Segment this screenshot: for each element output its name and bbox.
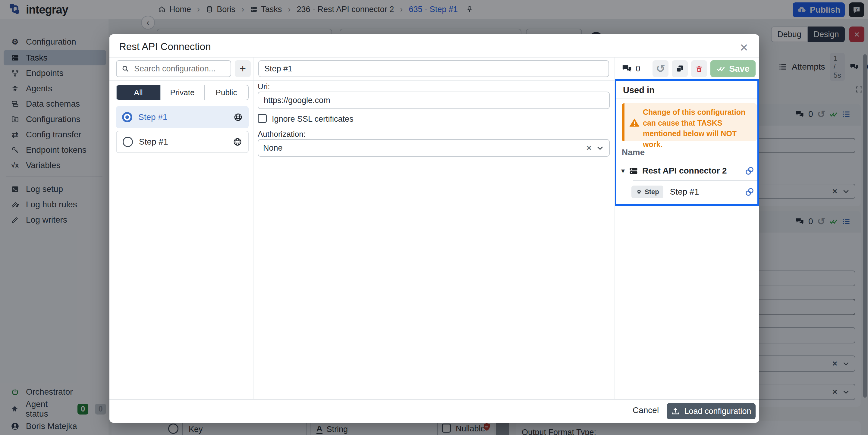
visibility-tabs: All Private Public <box>116 85 249 100</box>
radio-selected-icon[interactable] <box>122 112 132 122</box>
warning-box: Change of this configuration can cause t… <box>622 103 757 141</box>
modal-row1-divider <box>110 80 615 81</box>
config-list-item-selected[interactable]: Step #1 <box>116 106 249 128</box>
used-in-title: Used in <box>623 85 655 95</box>
modal-left-divider <box>253 58 253 399</box>
authorization-label: Authorization: <box>258 130 306 139</box>
undo-button[interactable]: ↺ <box>652 60 669 77</box>
plus-icon: + <box>240 62 246 75</box>
config-item-label: Step #1 <box>139 137 227 147</box>
used-in-task-row[interactable]: ▾ Rest API connector 2 <box>621 163 754 179</box>
tab-label: Private <box>170 88 195 97</box>
step-badge-label: Step <box>645 188 659 196</box>
config-item-label: Step #1 <box>138 112 227 122</box>
authorization-value: None <box>263 143 582 153</box>
tab-public[interactable]: Public <box>205 85 248 100</box>
rest-api-connection-modal: Rest API Connection × + 0 ↺ <box>110 34 759 423</box>
warning-text: Change of this configuration can cause t… <box>643 107 755 150</box>
app-root: integray Home › Boris › Tasks › 236 - Re… <box>0 0 868 435</box>
tab-private[interactable]: Private <box>161 85 205 100</box>
warning-triangle-icon <box>629 117 640 128</box>
search-icon <box>121 65 129 73</box>
modal-close-icon[interactable]: × <box>740 39 748 56</box>
copy-icon <box>676 64 684 73</box>
used-in-divider <box>616 98 757 99</box>
config-name-input[interactable] <box>264 64 604 74</box>
link-icon[interactable] <box>745 187 754 197</box>
radio-icon[interactable] <box>123 137 133 147</box>
clear-icon[interactable]: × <box>586 143 592 153</box>
ssl-label: Ignore SSL certificates <box>272 114 353 124</box>
search-config-box <box>116 60 231 77</box>
warning-accent-bar <box>622 103 624 141</box>
duplicate-button[interactable] <box>672 60 688 77</box>
modal-footer-divider <box>110 399 759 400</box>
authorization-select[interactable]: None × <box>258 139 610 157</box>
globe-icon <box>234 113 243 122</box>
cancel-button[interactable]: Cancel <box>632 405 659 415</box>
caret-down-icon[interactable]: ▾ <box>621 167 625 175</box>
link-icon[interactable] <box>745 166 754 176</box>
tasks-icon <box>629 166 638 175</box>
add-configuration-button[interactable]: + <box>235 60 251 77</box>
uri-input[interactable] <box>263 96 604 105</box>
step-badge: Step <box>631 186 663 198</box>
globe-icon <box>233 137 242 146</box>
double-check-icon <box>716 64 725 73</box>
used-in-step-row[interactable]: Step Step #1 <box>631 184 754 200</box>
used-in-header-divider <box>616 160 757 160</box>
used-in-name-header: Name <box>622 147 645 157</box>
config-list-item[interactable]: Step #1 <box>116 131 249 153</box>
delete-button[interactable] <box>691 60 707 77</box>
trash-icon <box>695 64 704 73</box>
tab-label: All <box>134 88 143 97</box>
search-config-input[interactable] <box>133 64 226 74</box>
used-in-panel: Used in Change of this configuration can… <box>615 79 759 206</box>
used-in-step-label: Step #1 <box>670 187 738 197</box>
paw-icon <box>636 189 642 195</box>
load-configuration-button[interactable]: Load configuration <box>667 403 755 419</box>
used-in-sub-divider <box>633 180 757 181</box>
load-configuration-label: Load configuration <box>684 407 751 416</box>
save-label: Save <box>729 64 749 74</box>
ssl-checkbox[interactable] <box>258 114 267 123</box>
config-name-box <box>258 60 609 77</box>
tab-all[interactable]: All <box>117 85 161 100</box>
modal-title: Rest API Connection <box>119 41 211 53</box>
used-in-task-label: Rest API connector 2 <box>642 166 741 176</box>
upload-icon <box>671 407 680 416</box>
undo-icon: ↺ <box>656 63 665 74</box>
tab-label: Public <box>216 88 237 97</box>
modal-comment-count: 0 <box>636 64 641 73</box>
modal-comments[interactable]: 0 <box>622 63 641 74</box>
modal-header-divider <box>110 57 759 58</box>
save-button[interactable]: Save <box>710 60 755 77</box>
chevron-down-icon[interactable] <box>596 144 604 152</box>
uri-label: Uri: <box>258 82 270 91</box>
chat-icon <box>622 64 632 74</box>
uri-box <box>258 92 610 109</box>
